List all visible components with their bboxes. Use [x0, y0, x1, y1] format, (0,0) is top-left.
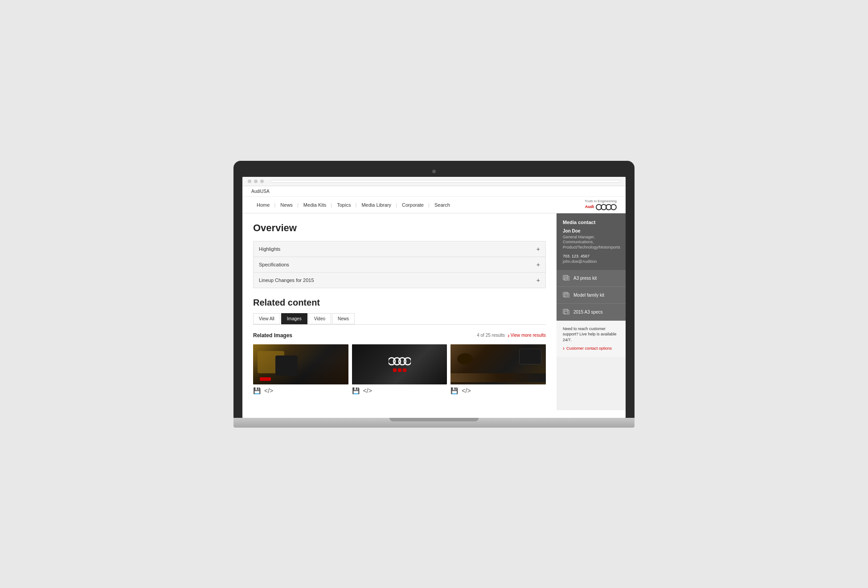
save-icon-dashboard[interactable]: 💾 [450, 387, 458, 394]
nav-link-search[interactable]: Search [429, 197, 455, 213]
nav-link-corporate[interactable]: Corporate [397, 197, 429, 213]
contact-email: john.doe@Audition [563, 259, 619, 264]
accordion-plus-specs: + [536, 261, 540, 268]
kit-label-model-family: Model family kit [573, 293, 604, 298]
browser-bar [242, 177, 626, 186]
save-icon-seats[interactable]: 💾 [253, 387, 261, 394]
svg-point-10 [565, 294, 567, 295]
sidebar-support: Need to reach customer support? Live hel… [557, 321, 626, 357]
sidebar: Media contact Jon Doe General Manager, C… [557, 213, 626, 410]
laptop-base [233, 418, 635, 428]
results-area: 4 of 25 results View more results [477, 332, 546, 339]
browser-dot-2 [254, 180, 258, 183]
image-card-seats: 💾 </> [253, 344, 348, 397]
overview-title: Overview [253, 222, 546, 234]
laptop-screen: AudiUSA Home News Media Kits Topics Medi… [242, 177, 626, 418]
tab-video[interactable]: Video [308, 313, 331, 324]
car-image-steering[interactable] [352, 344, 447, 384]
nav-bar: Home News Media Kits Topics Media Librar… [242, 197, 626, 213]
breadcrumb[interactable]: AudiUSA [251, 189, 270, 194]
kit-icon-a3-specs [563, 308, 570, 316]
site-wrapper: AudiUSA Home News Media Kits Topics Medi… [242, 186, 626, 418]
accordion: Highlights + Specifications + [253, 241, 546, 288]
ring-4 [610, 204, 617, 210]
svg-point-3 [404, 358, 411, 365]
image-actions-seats: 💾 </> [253, 384, 348, 397]
contact-role: General Manager, Communications, Product… [563, 235, 619, 250]
tab-images[interactable]: Images [281, 313, 307, 324]
support-text: Need to reach customer support? Live hel… [563, 326, 619, 343]
screen-bezel: AudiUSA Home News Media Kits Topics Medi… [233, 161, 635, 418]
accordion-plus-highlights: + [536, 245, 540, 253]
content-area: Overview Highlights + S [242, 213, 557, 410]
image-actions-steering: 💾 </> [352, 384, 447, 397]
nav-link-news[interactable]: News [275, 197, 298, 213]
nav-link-home[interactable]: Home [251, 197, 275, 213]
image-card-steering: 💾 </> [352, 344, 447, 397]
accordion-label-lineup: Lineup Changes for 2015 [259, 278, 314, 283]
related-content-title: Related content [253, 298, 546, 308]
audi-brand-name: Audi [585, 204, 594, 209]
browser-dot-3 [260, 180, 264, 183]
browser-url [270, 180, 620, 183]
kit-label-a3-specs: 2015 A3 specs [573, 310, 603, 314]
image-actions-dashboard: 💾 </> [450, 384, 546, 397]
view-more-link[interactable]: View more results [508, 332, 546, 339]
car-image-seats[interactable] [253, 344, 348, 384]
tab-view-all[interactable]: View All [253, 313, 280, 324]
accordion-label-specs: Specifications [259, 262, 289, 267]
accordion-item-highlights[interactable]: Highlights + [253, 241, 546, 257]
contact-name: Jon Doe [563, 229, 619, 233]
audi-rings-logo [596, 204, 617, 210]
support-link[interactable]: Customer contact options [563, 345, 619, 351]
accordion-item-specs[interactable]: Specifications + [253, 257, 546, 273]
share-icon-steering[interactable]: </> [363, 387, 372, 394]
accordion-label-highlights: Highlights [259, 246, 280, 252]
accordion-plus-lineup: + [536, 277, 540, 284]
sidebar-kit-a3-specs[interactable]: 2015 A3 specs [557, 304, 626, 321]
share-icon-dashboard[interactable]: </> [462, 387, 471, 394]
accordion-header-specs[interactable]: Specifications + [254, 257, 545, 272]
filter-tabs: View All Images Video News [253, 313, 546, 325]
car-image-dashboard[interactable] [450, 344, 546, 384]
accordion-item-lineup[interactable]: Lineup Changes for 2015 + [253, 272, 546, 288]
kit-label-a3: A3 press kit [573, 276, 597, 281]
contact-phone: 703. 123. 4567 [563, 254, 619, 258]
accordion-header-highlights[interactable]: Highlights + [254, 241, 545, 257]
save-icon-steering[interactable]: 💾 [352, 387, 360, 394]
main-layout: Overview Highlights + S [242, 213, 626, 410]
sidebar-kit-model-family[interactable]: Model family kit [557, 287, 626, 304]
nav-links: Home News Media Kits Topics Media Librar… [251, 197, 455, 213]
media-contact-title: Media contact [563, 220, 619, 225]
media-contact-panel: Media contact Jon Doe General Manager, C… [557, 213, 626, 270]
tab-news[interactable]: News [332, 313, 355, 324]
breadcrumb-bar: AudiUSA [242, 186, 626, 197]
nav-logo: Truth in Engineering Audi [585, 199, 617, 210]
sidebar-kit-a3-press[interactable]: A3 press kit [557, 270, 626, 287]
nav-link-topics[interactable]: Topics [332, 197, 356, 213]
image-grid: 💾 </> [253, 344, 546, 397]
related-images-header: Related Images 4 of 25 results View more… [253, 332, 546, 339]
share-icon-seats[interactable]: </> [264, 387, 273, 394]
browser-dot-1 [248, 180, 251, 183]
nav-link-media-library[interactable]: Media Library [356, 197, 397, 213]
kit-icon-model-family [563, 291, 570, 299]
kit-icon-a3 [563, 274, 570, 282]
nav-link-media-kits[interactable]: Media Kits [298, 197, 332, 213]
results-count: 4 of 25 results [477, 333, 505, 338]
related-images-title: Related Images [253, 332, 292, 339]
laptop-frame: AudiUSA Home News Media Kits Topics Medi… [233, 161, 635, 428]
audi-brand: Audi [585, 203, 617, 210]
laptop-camera [432, 170, 436, 173]
accordion-header-lineup[interactable]: Lineup Changes for 2015 + [254, 273, 545, 288]
logo-tagline: Truth in Engineering [585, 199, 617, 203]
image-card-dashboard: 💾 </> [450, 344, 546, 397]
